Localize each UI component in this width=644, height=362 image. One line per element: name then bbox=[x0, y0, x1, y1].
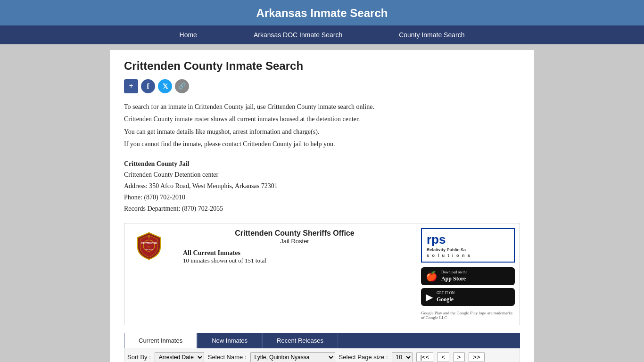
tab-current-inmates[interactable]: Current Inmates bbox=[124, 333, 197, 348]
intro-line-3: You can get inmate details like mugshot,… bbox=[124, 127, 520, 137]
roster-subtitle: Jail Roster bbox=[173, 238, 416, 245]
main-nav: Home Arkansas DOC Inmate Search County I… bbox=[0, 25, 644, 44]
nav-doc[interactable]: Arkansas DOC Inmate Search bbox=[225, 25, 371, 44]
apple-store-name: App Store bbox=[441, 275, 467, 283]
share-bar: + f 𝕏 🔗 bbox=[124, 79, 520, 93]
jail-info: Crittenden County Jail Crittenden County… bbox=[124, 158, 520, 214]
name-select[interactable]: Lytle, Quinton Nyassa bbox=[250, 352, 335, 362]
page-heading: Crittenden County Inmate Search bbox=[124, 59, 520, 73]
inmate-count: All Current Inmates 10 inmates shown out… bbox=[183, 249, 416, 264]
intro-line-4: If you cannot find the inmate, please co… bbox=[124, 139, 520, 149]
sort-select[interactable]: Arrested Date Name bbox=[155, 352, 204, 362]
app-disclaimer: Google Play and the Google Play logo are… bbox=[421, 311, 515, 320]
nav-county[interactable]: County Inmate Search bbox=[371, 25, 493, 44]
apple-download-label: Download on the bbox=[441, 270, 467, 275]
svg-text:SHERIFF: SHERIFF bbox=[145, 248, 154, 251]
tab-new-inmates[interactable]: New Inmates bbox=[197, 333, 262, 348]
rps-tagline-1: Relativity Public Sa bbox=[427, 247, 509, 253]
intro-text: To search for an inmate in Crittenden Co… bbox=[124, 102, 520, 150]
share-button[interactable]: + bbox=[124, 79, 138, 93]
rps-brand: rps bbox=[427, 232, 446, 247]
prev-page-button[interactable]: < bbox=[437, 352, 449, 362]
svg-text:CO.: CO. bbox=[147, 245, 151, 247]
roster-section: CRITTENDEN CO. SHERIFF Crittenden County… bbox=[124, 223, 520, 325]
tab-recent-releases[interactable]: Recent Releases bbox=[262, 333, 338, 348]
jail-records: Records Department: (870) 702-2055 bbox=[124, 203, 520, 214]
sheriff-logo: CRITTENDEN CO. SHERIFF bbox=[132, 229, 166, 263]
facebook-share-button[interactable]: f bbox=[141, 79, 155, 93]
rps-tagline-2: s o l u t i o n s bbox=[427, 253, 509, 259]
last-page-button[interactable]: >> bbox=[469, 352, 484, 362]
google-icon: ▶ bbox=[426, 291, 433, 303]
sheriff-shield-icon: CRITTENDEN CO. SHERIFF bbox=[135, 232, 163, 260]
first-page-button[interactable]: |<< bbox=[416, 352, 434, 362]
intro-line-2: Crittenden County inmate roster shows al… bbox=[124, 114, 520, 124]
pagesize-label: Select Page size : bbox=[339, 354, 388, 361]
count-label: All Current Inmates bbox=[183, 249, 416, 257]
roster-office-title: Crittenden County Sheriffs Office bbox=[173, 229, 416, 238]
sort-label: Sort By : bbox=[127, 354, 151, 361]
site-title: Arkansas Inmate Search bbox=[256, 7, 388, 19]
nav-home[interactable]: Home bbox=[151, 25, 225, 44]
intro-line-1: To search for an inmate in Crittenden Co… bbox=[124, 102, 520, 112]
jail-phone: Phone: (870) 702-2010 bbox=[124, 192, 520, 203]
next-page-button[interactable]: > bbox=[453, 352, 465, 362]
google-get-label: GET IT ON bbox=[437, 290, 454, 296]
twitter-share-button[interactable]: 𝕏 bbox=[158, 79, 172, 93]
svg-text:CRITTENDEN: CRITTENDEN bbox=[141, 241, 157, 244]
jail-name: Crittenden County Jail bbox=[124, 158, 520, 170]
name-label: Select Name : bbox=[208, 354, 247, 361]
pagesize-select[interactable]: 10 25 50 bbox=[392, 352, 413, 362]
site-header: Arkansas Inmate Search bbox=[0, 0, 644, 25]
apple-app-store-button[interactable]: 🍎 Download on the App Store bbox=[421, 267, 515, 285]
rps-logo: rps Relativity Public Sa s o l u t i o n… bbox=[421, 228, 515, 263]
count-detail: 10 inmates shown out of 151 total bbox=[183, 257, 416, 264]
content-wrapper: Crittenden County Inmate Search + f 𝕏 🔗 … bbox=[110, 50, 534, 362]
tabs-bar: Current Inmates New Inmates Recent Relea… bbox=[124, 333, 520, 348]
roster-info: Crittenden County Sheriffs Office Jail R… bbox=[173, 223, 416, 270]
google-play-button[interactable]: ▶ GET IT ON Google bbox=[421, 288, 515, 306]
apple-icon: 🍎 bbox=[426, 271, 438, 282]
copy-link-button[interactable]: 🔗 bbox=[175, 79, 189, 93]
google-store-name: Google bbox=[437, 296, 454, 304]
rps-area: rps Relativity Public Sa s o l u t i o n… bbox=[416, 223, 520, 325]
jail-facility: Crittenden County Detention center bbox=[124, 169, 520, 181]
filter-bar: Sort By : Arrested Date Name Select Name… bbox=[124, 348, 520, 362]
jail-address: Address: 350 Afco Road, West Memphis, Ar… bbox=[124, 181, 520, 192]
